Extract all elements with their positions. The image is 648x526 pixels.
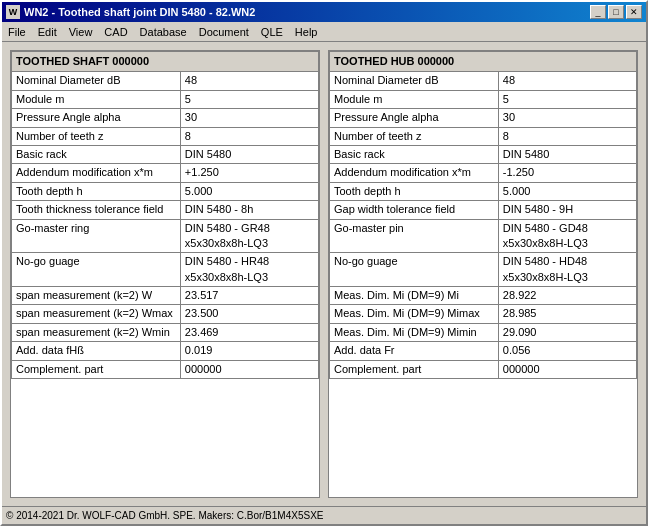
hub-label-4: Basic rack [330, 145, 499, 163]
hub-value-6: 5.000 [498, 182, 636, 200]
hub-label-7: Gap width tolerance field [330, 201, 499, 219]
shaft-value-4: DIN 5480 [180, 145, 318, 163]
shaft-label-0: Nominal Diameter dB [12, 72, 181, 90]
table-row: Go-master ringDIN 5480 - GR48 x5x30x8x8h… [12, 219, 319, 253]
table-row: Complement. part000000 [12, 360, 319, 378]
table-row: Gap width tolerance fieldDIN 5480 - 9H [330, 201, 637, 219]
table-row: Addendum modification x*m-1.250 [330, 164, 637, 182]
hub-value-0: 48 [498, 72, 636, 90]
shaft-label-3: Number of teeth z [12, 127, 181, 145]
shaft-value-6: 5.000 [180, 182, 318, 200]
content-area: TOOTHED SHAFT 000000 Nominal Diameter dB… [2, 42, 646, 506]
menu-item-document[interactable]: Document [193, 24, 255, 40]
shaft-value-11: 23.500 [180, 305, 318, 323]
hub-value-5: -1.250 [498, 164, 636, 182]
shaft-label-11: span measurement (k=2) Wmax [12, 305, 181, 323]
shaft-value-2: 30 [180, 109, 318, 127]
hub-label-3: Number of teeth z [330, 127, 499, 145]
hub-value-9: DIN 5480 - HD48 x5x30x8x8H-LQ3 [498, 253, 636, 287]
table-row: Module m5 [330, 90, 637, 108]
table-row: No-go guageDIN 5480 - HR48 x5x30x8x8h-LQ… [12, 253, 319, 287]
table-row: Nominal Diameter dB48 [12, 72, 319, 90]
menu-item-help[interactable]: Help [289, 24, 324, 40]
shaft-label-12: span measurement (k=2) Wmin [12, 323, 181, 341]
shaft-value-7: DIN 5480 - 8h [180, 201, 318, 219]
hub-value-3: 8 [498, 127, 636, 145]
hub-value-1: 5 [498, 90, 636, 108]
shaft-value-3: 8 [180, 127, 318, 145]
shaft-header: TOOTHED SHAFT 000000 [12, 52, 319, 72]
close-button[interactable]: ✕ [626, 5, 642, 19]
table-row: span measurement (k=2) W23.517 [12, 287, 319, 305]
shaft-value-0: 48 [180, 72, 318, 90]
shaft-label-2: Pressure Angle alpha [12, 109, 181, 127]
table-row: No-go guageDIN 5480 - HD48 x5x30x8x8H-LQ… [330, 253, 637, 287]
hub-label-10: Meas. Dim. Mi (DM=9) Mi [330, 287, 499, 305]
shaft-header-row: TOOTHED SHAFT 000000 [12, 52, 319, 72]
table-row: Tooth depth h5.000 [12, 182, 319, 200]
main-window: W WN2 - Toothed shaft joint DIN 5480 - 8… [0, 0, 648, 526]
menu-item-file[interactable]: File [2, 24, 32, 40]
shaft-value-12: 23.469 [180, 323, 318, 341]
hub-value-13: 0.056 [498, 342, 636, 360]
table-row: Meas. Dim. Mi (DM=9) Mi28.922 [330, 287, 637, 305]
shaft-label-14: Complement. part [12, 360, 181, 378]
hub-table: TOOTHED HUB 000000 Nominal Diameter dB48… [329, 51, 637, 379]
shaft-value-9: DIN 5480 - HR48 x5x30x8x8h-LQ3 [180, 253, 318, 287]
hub-header-row: TOOTHED HUB 000000 [330, 52, 637, 72]
hub-label-8: Go-master pin [330, 219, 499, 253]
shaft-value-1: 5 [180, 90, 318, 108]
hub-header: TOOTHED HUB 000000 [330, 52, 637, 72]
table-row: Tooth depth h5.000 [330, 182, 637, 200]
hub-label-5: Addendum modification x*m [330, 164, 499, 182]
title-bar-left: W WN2 - Toothed shaft joint DIN 5480 - 8… [6, 5, 255, 19]
hub-value-4: DIN 5480 [498, 145, 636, 163]
statusbar: © 2014-2021 Dr. WOLF-CAD GmbH. SPE. Make… [2, 506, 646, 524]
table-row: Add. data fHß0.019 [12, 342, 319, 360]
maximize-button[interactable]: □ [608, 5, 624, 19]
table-row: Number of teeth z8 [12, 127, 319, 145]
table-row: Basic rackDIN 5480 [330, 145, 637, 163]
table-row: Complement. part000000 [330, 360, 637, 378]
table-row: span measurement (k=2) Wmax23.500 [12, 305, 319, 323]
table-row: Pressure Angle alpha30 [12, 109, 319, 127]
table-row: Meas. Dim. Mi (DM=9) Mimax28.985 [330, 305, 637, 323]
menu-item-database[interactable]: Database [134, 24, 193, 40]
table-row: Basic rackDIN 5480 [12, 145, 319, 163]
shaft-label-4: Basic rack [12, 145, 181, 163]
table-row: Go-master pinDIN 5480 - GD48 x5x30x8x8H-… [330, 219, 637, 253]
minimize-button[interactable]: _ [590, 5, 606, 19]
menu-item-edit[interactable]: Edit [32, 24, 63, 40]
shaft-value-14: 000000 [180, 360, 318, 378]
hub-value-8: DIN 5480 - GD48 x5x30x8x8H-LQ3 [498, 219, 636, 253]
table-row: Addendum modification x*m+1.250 [12, 164, 319, 182]
hub-label-1: Module m [330, 90, 499, 108]
hub-label-13: Add. data Fr [330, 342, 499, 360]
table-row: span measurement (k=2) Wmin23.469 [12, 323, 319, 341]
shaft-label-5: Addendum modification x*m [12, 164, 181, 182]
hub-value-2: 30 [498, 109, 636, 127]
window-icon: W [6, 5, 20, 19]
table-row: Tooth thickness tolerance fieldDIN 5480 … [12, 201, 319, 219]
table-row: Nominal Diameter dB48 [330, 72, 637, 90]
shaft-label-7: Tooth thickness tolerance field [12, 201, 181, 219]
hub-value-10: 28.922 [498, 287, 636, 305]
shaft-value-13: 0.019 [180, 342, 318, 360]
hub-label-14: Complement. part [330, 360, 499, 378]
hub-label-12: Meas. Dim. Mi (DM=9) Mimin [330, 323, 499, 341]
shaft-panel: TOOTHED SHAFT 000000 Nominal Diameter dB… [10, 50, 320, 498]
shaft-label-10: span measurement (k=2) W [12, 287, 181, 305]
hub-panel: TOOTHED HUB 000000 Nominal Diameter dB48… [328, 50, 638, 498]
shaft-label-1: Module m [12, 90, 181, 108]
hub-value-14: 000000 [498, 360, 636, 378]
hub-label-6: Tooth depth h [330, 182, 499, 200]
hub-value-12: 29.090 [498, 323, 636, 341]
statusbar-text: © 2014-2021 Dr. WOLF-CAD GmbH. SPE. Make… [6, 510, 323, 521]
shaft-value-8: DIN 5480 - GR48 x5x30x8x8h-LQ3 [180, 219, 318, 253]
menu-item-cad[interactable]: CAD [98, 24, 133, 40]
shaft-label-9: No-go guage [12, 253, 181, 287]
menu-item-qle[interactable]: QLE [255, 24, 289, 40]
hub-value-11: 28.985 [498, 305, 636, 323]
hub-value-7: DIN 5480 - 9H [498, 201, 636, 219]
menu-item-view[interactable]: View [63, 24, 99, 40]
